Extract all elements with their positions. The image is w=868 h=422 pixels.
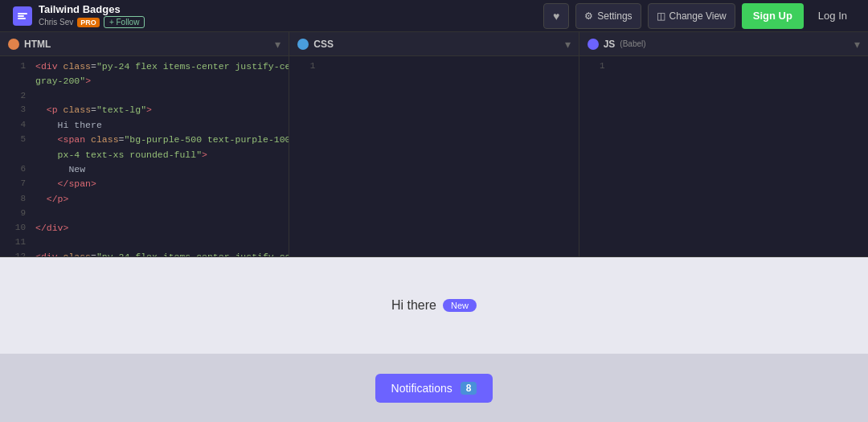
preview-hi-there-container: Hi there New — [391, 298, 477, 313]
js-panel-expand[interactable]: ▾ — [854, 38, 860, 51]
html-panel-content[interactable]: 1<div class="py-24 flex items-center jus… — [0, 56, 289, 256]
notifications-button[interactable]: Notifications 8 — [375, 374, 493, 403]
new-badge: New — [443, 299, 477, 312]
notifications-count: 8 — [461, 382, 477, 395]
user-name: Chris Sev — [39, 18, 73, 27]
js-panel-icon — [588, 39, 599, 50]
js-panel-title: JS (Babel) — [588, 39, 646, 50]
css-panel-title: CSS — [297, 39, 334, 50]
heart-icon: ♥ — [553, 10, 559, 23]
svg-rect-2 — [18, 18, 26, 19]
code-line: 1 — [579, 59, 868, 74]
view-icon: ◫ — [657, 10, 665, 22]
code-line: 9 — [0, 207, 289, 221]
html-panel-header: HTML ▾ — [0, 32, 289, 56]
code-line: 12<div class="py-24 flex items-center ju… — [0, 250, 289, 256]
preview-area: Hi there New Notifications 8 — [0, 257, 868, 422]
svg-rect-0 — [18, 13, 27, 14]
logo-icon — [13, 6, 32, 26]
code-line: 4 Hi there — [0, 118, 289, 133]
code-line: 1 — [289, 59, 578, 74]
html-panel-expand[interactable]: ▾ — [275, 38, 280, 51]
app-title: Tailwind Badges — [39, 3, 145, 15]
code-line: 8 </p> — [0, 192, 289, 207]
js-panel-content[interactable]: 1 — [579, 56, 868, 256]
js-panel: JS (Babel) ▾ 1 — [579, 32, 868, 256]
code-line: 11 — [0, 236, 289, 250]
css-panel: CSS ▾ 1 — [289, 32, 579, 256]
code-line: 1<div class="py-24 flex items-center jus… — [0, 59, 289, 74]
hi-there-text: Hi there — [391, 298, 436, 313]
app-title-group: Tailwind Badges Chris Sev PRO + Follow — [39, 3, 145, 28]
css-panel-expand[interactable]: ▾ — [565, 38, 571, 51]
preview-bottom: Notifications 8 — [0, 354, 868, 422]
favorite-button[interactable]: ♥ — [543, 3, 569, 29]
settings-button[interactable]: ⚙ Settings — [575, 3, 641, 29]
code-line: 5 <span class="bg-purple-500 text-purple… — [0, 133, 289, 147]
header-left: Tailwind Badges Chris Sev PRO + Follow — [13, 3, 145, 28]
code-line: px-4 text-xs rounded-full"> — [0, 148, 289, 162]
pro-badge: PRO — [77, 18, 100, 27]
css-panel-icon — [297, 39, 309, 50]
html-panel-title: HTML — [8, 39, 51, 50]
code-line: 7 </span> — [0, 177, 289, 191]
change-view-button[interactable]: ◫ Change View — [648, 3, 735, 29]
css-panel-header: CSS ▾ — [289, 32, 578, 56]
code-line: gray-200"> — [0, 74, 289, 88]
js-panel-header: JS (Babel) ▾ — [579, 32, 868, 56]
signup-button[interactable]: Sign Up — [742, 3, 804, 29]
editor-area: HTML ▾ 1<div class="py-24 flex items-cen… — [0, 32, 868, 257]
notifications-label: Notifications — [391, 382, 452, 395]
follow-button[interactable]: + Follow — [104, 16, 145, 28]
header-right: ♥ ⚙ Settings ◫ Change View Sign Up Log I… — [543, 3, 855, 29]
code-line: 6 New — [0, 162, 289, 177]
gear-icon: ⚙ — [584, 10, 593, 22]
header: Tailwind Badges Chris Sev PRO + Follow ♥… — [0, 0, 868, 32]
code-line: 3 <p class="text-lg"> — [0, 103, 289, 117]
login-button[interactable]: Log In — [810, 3, 855, 29]
html-panel-icon — [8, 39, 19, 50]
html-panel: HTML ▾ 1<div class="py-24 flex items-cen… — [0, 32, 289, 256]
css-panel-content[interactable]: 1 — [289, 56, 578, 256]
code-line: 2 — [0, 89, 289, 104]
preview-top: Hi there New — [0, 257, 868, 354]
svg-rect-1 — [18, 15, 24, 17]
code-line: 10</div> — [0, 221, 289, 236]
